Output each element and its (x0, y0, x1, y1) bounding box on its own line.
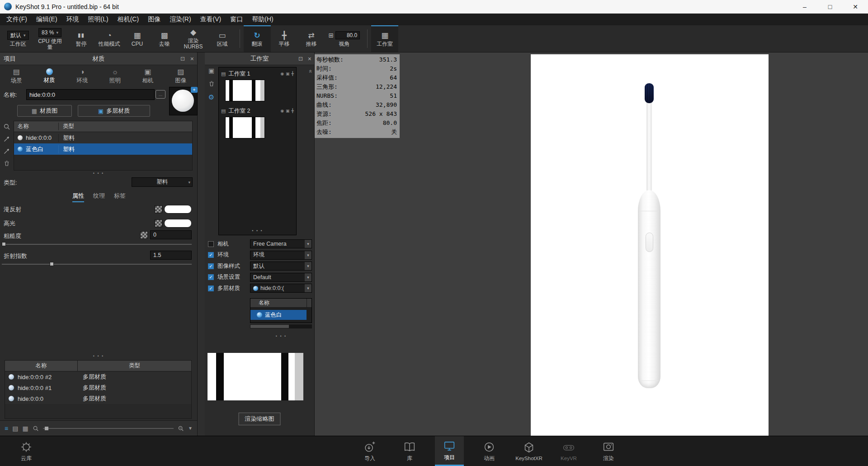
studio-thumbnail[interactable] (225, 80, 265, 101)
image-style-dropdown[interactable]: 默认 ▾ (250, 262, 312, 271)
close-button[interactable]: ✕ (843, 0, 868, 14)
grid-view-icon[interactable]: ▤ (12, 425, 18, 432)
slider-knob[interactable] (2, 242, 6, 246)
import-button[interactable]: 导入 (355, 436, 384, 466)
texture-checker-icon[interactable] (140, 231, 148, 239)
minimize-button[interactable]: – (792, 0, 817, 14)
multi-material-dropdown[interactable]: hide:0:0:( ▾ (250, 284, 312, 293)
trash-icon[interactable] (3, 160, 10, 167)
collapse-icon[interactable]: « (307, 70, 314, 73)
realtime-viewport[interactable]: 每秒帧数:351.3 时间:2s 采样值:64 三角形:12,224 NURBS… (315, 52, 868, 436)
studio-material-row-selected[interactable]: 蓝色白 (250, 310, 307, 320)
specular-color-swatch[interactable] (164, 219, 192, 228)
eyedropper-icon[interactable] (3, 147, 10, 155)
ior-value-field[interactable]: 1.5 (150, 251, 192, 260)
denoise-button[interactable]: ▩ 去噪 (151, 25, 178, 52)
maximize-button[interactable]: □ (817, 0, 843, 14)
filter-icon[interactable]: ▼ (188, 426, 193, 431)
tab-labels[interactable]: 标签 (114, 192, 126, 202)
zoom-out-icon[interactable] (33, 425, 39, 432)
eyedropper-icon[interactable] (3, 135, 10, 143)
column-name[interactable]: 名称 (5, 361, 78, 371)
trash-icon[interactable] (208, 80, 215, 87)
menu-item-lighting[interactable]: 照明(L) (84, 14, 113, 25)
roughness-slider[interactable] (2, 242, 192, 246)
render-nurbs-button[interactable]: ◆ 渲染NURBS (178, 25, 209, 52)
column-name[interactable]: 名称 (259, 300, 269, 306)
column-type[interactable]: 类型 (78, 361, 191, 371)
tab-textures[interactable]: 纹理 (93, 192, 105, 202)
gear-icon[interactable]: ⚙ (208, 93, 214, 101)
ior-slider[interactable] (2, 262, 192, 266)
multi-material-checkbox[interactable]: ✓ (208, 285, 214, 291)
material-row[interactable]: hide:0:0:0 塑料 (14, 132, 192, 143)
menu-item-environment[interactable]: 环境 (62, 14, 84, 25)
material-name-input[interactable] (26, 89, 155, 100)
keyshotxr-button[interactable]: KeyShotXR (514, 436, 543, 466)
studio-item[interactable]: ▤ 工作室 2 ◉ ▣ ╋ (219, 106, 296, 116)
scene-settings-dropdown[interactable]: Default ▾ (250, 273, 312, 282)
comment-icon[interactable]: … (156, 90, 165, 99)
material-preview[interactable]: + (169, 87, 198, 115)
column-name[interactable]: 名称 (14, 123, 58, 130)
material-type-dropdown[interactable]: 塑料 ▾ (132, 177, 193, 187)
scrollbar-thumb[interactable] (250, 325, 289, 328)
studio-toolbar-button[interactable]: ▦ 工作室 (371, 25, 398, 52)
tab-image[interactable]: ▨ 图像 (164, 65, 197, 87)
camera-checkbox[interactable] (208, 241, 214, 247)
fov-value[interactable]: 80.0 (335, 31, 360, 39)
multi-material-row[interactable]: hide:0:0:0 多层材质 (5, 393, 191, 404)
environment-checkbox[interactable]: ✓ (208, 252, 214, 258)
splitter-dots[interactable]: • • • (0, 171, 197, 176)
panel-splitter[interactable] (198, 52, 205, 436)
render-button[interactable]: 渲染 (594, 436, 623, 466)
close-panel-icon[interactable]: × (188, 55, 196, 62)
multi-material-button[interactable]: ▣ 多层材质 (78, 105, 150, 117)
undock-icon[interactable]: ⊡ (178, 56, 187, 62)
material-graph-button[interactable]: ▦ 材质图 (17, 105, 72, 117)
menu-item-file[interactable]: 文件(F) (2, 14, 32, 25)
camera-dropdown[interactable]: Free Camera ▾ (250, 239, 312, 248)
animation-button[interactable]: 动画 (475, 436, 504, 466)
diffuse-color-swatch[interactable] (164, 205, 192, 214)
dolly-button[interactable]: ⇄ 推移 (298, 25, 325, 52)
tab-properties[interactable]: 属性 (72, 192, 84, 202)
splitter-dots[interactable]: • • • (219, 228, 296, 233)
column-type[interactable]: 类型 (58, 123, 192, 130)
thumb-view-icon[interactable]: ▦ (22, 425, 28, 432)
pause-button[interactable]: ▮▮ 暂停 (68, 25, 95, 52)
menu-item-help[interactable]: 帮助(H) (247, 14, 278, 25)
search-icon[interactable] (3, 123, 10, 130)
undock-icon[interactable]: ⊡ (296, 56, 305, 62)
pan-button[interactable]: ╋ 平移 (271, 25, 298, 52)
material-row-selected[interactable]: 蓝色白 塑料 (14, 143, 192, 155)
menu-item-render[interactable]: 渲染(R) (165, 14, 195, 25)
multi-material-row[interactable]: hide:0:0:0 #2 多层材质 (5, 371, 191, 382)
keyvr-button[interactable]: KeyVR (554, 436, 583, 466)
environment-dropdown[interactable]: 环境 ▾ (250, 251, 312, 260)
cloud-library-button[interactable]: 云库 (12, 436, 41, 466)
menu-item-image[interactable]: 图像 (143, 14, 165, 25)
cpu-button[interactable]: ▦ CPU (124, 25, 151, 52)
tab-material[interactable]: 材质 (33, 65, 66, 87)
region-button[interactable]: ▭ 区域 (209, 25, 236, 52)
image-style-checkbox[interactable]: ✓ (208, 263, 214, 269)
horizontal-scrollbar[interactable] (250, 324, 312, 328)
texture-checker-icon[interactable] (155, 205, 162, 213)
slider-knob[interactable] (45, 427, 48, 430)
library-button[interactable]: 库 (395, 436, 424, 466)
list-view-icon[interactable]: ≡ (5, 425, 8, 432)
tab-environment[interactable]: ◑ 环境 (66, 65, 99, 87)
project-button[interactable]: 项目 (435, 436, 464, 466)
zoom-in-icon[interactable] (178, 425, 184, 432)
fov-control[interactable]: ⊞ 80.0 视角 (325, 25, 364, 52)
cpu-usage-selector[interactable]: 83 %▾ CPU 使用量 (33, 25, 68, 52)
slider-knob[interactable] (50, 262, 54, 266)
workspace-selector[interactable]: 默认▾ 工作区 (4, 25, 33, 52)
tab-camera[interactable]: ▣ 相机 (132, 65, 165, 87)
tumble-button[interactable]: ↻ 翻滚 (244, 25, 271, 52)
menu-item-view[interactable]: 查看(V) (196, 14, 226, 25)
splitter-dots[interactable]: • • • (248, 334, 314, 338)
multi-material-row[interactable]: hide:0:0:0 #1 多层材质 (5, 382, 191, 393)
studio-thumbnail[interactable] (225, 117, 265, 138)
